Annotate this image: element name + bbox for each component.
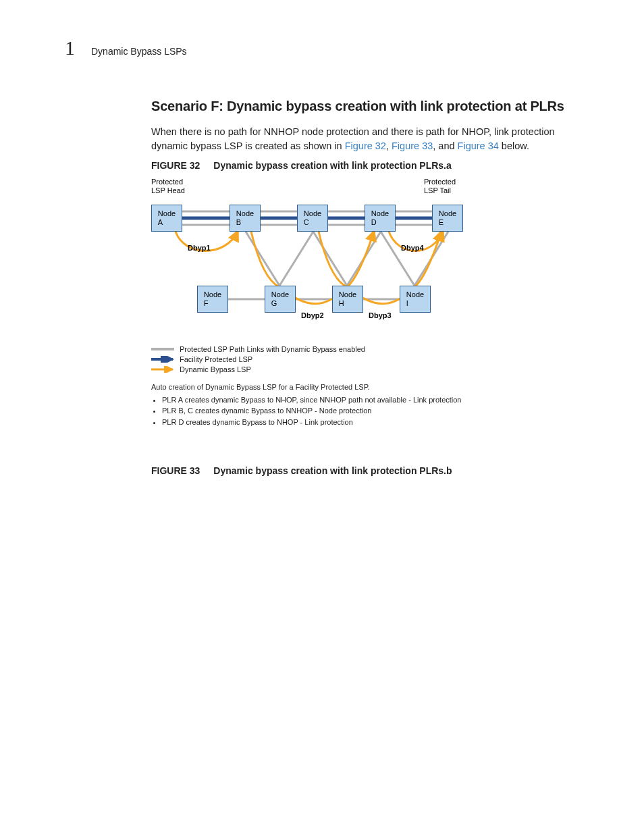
node-e: Node E <box>432 205 463 232</box>
lsp-tail-label: Protected LSP Tail <box>424 178 456 195</box>
note-bullet-2: PLR B, C creates dynamic Bypass to NNHOP… <box>162 405 590 417</box>
legend-row-protected-links: Protected LSP Path Links with Dynamic By… <box>151 345 590 353</box>
node-d: Node D <box>365 205 396 232</box>
svg-line-11 <box>246 232 279 286</box>
node-c: Node C <box>297 205 328 232</box>
legend: Protected LSP Path Links with Dynamic By… <box>151 345 590 373</box>
breadcrumb: Dynamic Bypass LSPs <box>91 46 187 57</box>
dbyp1-label: Dbyp1 <box>188 244 211 252</box>
node-f: Node F <box>197 286 228 313</box>
legend-text-1: Protected LSP Path Links with Dynamic By… <box>180 345 365 353</box>
dbyp4-label: Dbyp4 <box>401 244 424 252</box>
svg-line-13 <box>313 232 347 286</box>
link-figure-32[interactable]: Figure 32 <box>345 140 386 151</box>
svg-line-15 <box>381 232 414 286</box>
node-a: Node A <box>151 205 182 232</box>
node-i: Node I <box>400 286 431 313</box>
node-h: Node H <box>332 286 363 313</box>
intro-sep1: , <box>386 140 392 151</box>
section-heading: Scenario F: Dynamic bypass creation with… <box>151 99 590 114</box>
node-b: Node B <box>230 205 261 232</box>
figure-32-title: Dynamic bypass creation with link protec… <box>213 160 451 171</box>
note-bullet-1: PLR A creates dynamic Bypass to NHOP, si… <box>162 394 590 406</box>
figure-33-title: Dynamic bypass creation with link protec… <box>213 465 452 476</box>
figure-33-label: FIGURE 33 <box>151 465 200 476</box>
link-figure-34[interactable]: Figure 34 <box>458 140 499 151</box>
svg-line-12 <box>279 232 313 286</box>
legend-row-facility-lsp: Facility Protected LSP <box>151 355 590 363</box>
figure-32-diagram: Protected LSP Head Protected LSP Tail No… <box>151 178 468 333</box>
intro-paragraph: When there is no path for NNHOP node pro… <box>151 125 590 153</box>
legend-line-gray <box>151 348 174 350</box>
notes-list: PLR A creates dynamic Bypass to NHOP, si… <box>151 394 590 428</box>
legend-text-2: Facility Protected LSP <box>180 355 252 363</box>
figure-32-notes: Auto creation of Dynamic Bypass LSP for … <box>151 382 590 427</box>
note-bullet-3: PLR D creates dynamic Bypass to NHOP - L… <box>162 417 590 428</box>
lsp-head-label: Protected LSP Head <box>151 178 185 195</box>
legend-text-3: Dynamic Bypass LSP <box>180 365 251 373</box>
legend-line-orange <box>151 366 174 373</box>
dbyp3-label: Dbyp3 <box>369 311 392 319</box>
intro-sep2: , and <box>433 140 457 151</box>
page: 1 Dynamic Bypass LSPs Scenario F: Dynami… <box>0 0 644 523</box>
node-g: Node G <box>265 286 296 313</box>
link-figure-33[interactable]: Figure 33 <box>392 140 433 151</box>
notes-title: Auto creation of Dynamic Bypass LSP for … <box>151 382 590 393</box>
intro-text-post: below. <box>499 140 529 151</box>
dbyp2-label: Dbyp2 <box>301 311 324 319</box>
figure-32-label: FIGURE 32 <box>151 160 200 171</box>
legend-line-blue <box>151 356 174 363</box>
page-header: 1 Dynamic Bypass LSPs <box>65 38 590 58</box>
content-column: Scenario F: Dynamic bypass creation with… <box>151 99 590 476</box>
figure-32-caption: FIGURE 32Dynamic bypass creation with li… <box>151 160 590 171</box>
legend-row-dynamic-bypass: Dynamic Bypass LSP <box>151 365 590 373</box>
chapter-number: 1 <box>65 38 75 58</box>
figure-33-caption: FIGURE 33Dynamic bypass creation with li… <box>151 465 590 476</box>
